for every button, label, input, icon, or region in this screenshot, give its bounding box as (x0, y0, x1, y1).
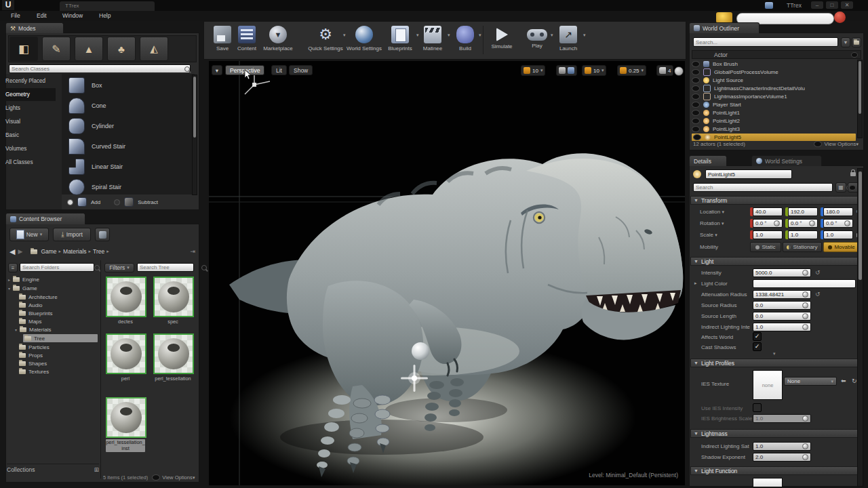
content-browser-tab[interactable]: Content Browser (5, 213, 85, 224)
intensity-reset-icon[interactable]: ↺ (815, 269, 821, 276)
rotation-knob-icon[interactable] (844, 220, 850, 226)
item-curved-stair[interactable]: Curved Stair (62, 136, 195, 157)
menu-edit[interactable]: Edit (37, 12, 47, 19)
visibility-icon[interactable] (692, 110, 700, 116)
category-basic[interactable]: Basic (0, 129, 56, 142)
light-color-swatch[interactable] (753, 279, 856, 288)
location-label[interactable]: Location ▾ (700, 209, 724, 215)
import-button[interactable]: ⤓ Import (53, 228, 91, 241)
use-ies-intensity-checkbox[interactable] (753, 403, 762, 412)
tree-textures[interactable]: Textures (19, 367, 49, 375)
rotation-snap-toggle[interactable]: 10▾ (582, 65, 606, 76)
details-tab[interactable]: Details (689, 155, 727, 166)
tree-audio[interactable]: Audio (19, 301, 42, 309)
visibility-icon[interactable] (692, 102, 700, 108)
visibility-icon[interactable] (692, 77, 700, 83)
mobility-movable-button[interactable]: Movable (823, 242, 860, 252)
actor-row-pointlight2[interactable]: PointLight2 (692, 117, 856, 125)
show-button[interactable]: Show (289, 65, 313, 75)
cast-shadows-checkbox[interactable]: ✓ (753, 342, 762, 351)
scale-y-field[interactable]: 1.0 (788, 230, 818, 239)
actor-row-pointlight1[interactable]: PointLight1 (692, 108, 856, 117)
maximize-button[interactable]: □ (826, 1, 838, 9)
category-volumes[interactable]: Volumes (0, 142, 56, 155)
asset-perl-tessellation[interactable]: perl_tessellation (153, 333, 193, 382)
mobility-stationary-button[interactable]: Stationary (783, 242, 822, 252)
window-title-tab[interactable]: TTrex (60, 1, 155, 11)
actor-name-field[interactable] (705, 169, 792, 179)
tree-particles[interactable]: Particles (19, 343, 50, 351)
simulate-button[interactable]: Simulate (484, 26, 519, 49)
ies-browse-icon[interactable]: ↻ (852, 378, 857, 384)
tree-architecture[interactable]: Architecture (19, 293, 58, 301)
visibility-icon[interactable] (692, 85, 700, 92)
viewport-options-button[interactable]: ▾ (212, 65, 222, 75)
world-settings-button[interactable]: World Settings (339, 26, 389, 52)
viewport[interactable]: ▾ Perspective Lit Show 10▾ 10▾ 0.25▾ 4 L… (209, 61, 685, 485)
sources-toggle-button[interactable]: ≡ (8, 263, 18, 272)
outliner-column-header[interactable]: Actor (692, 50, 861, 59)
asset-perl[interactable]: perl (106, 333, 145, 382)
surface-snap-toggle[interactable] (556, 65, 577, 76)
back-arrow-icon[interactable]: ◀ (7, 247, 18, 256)
collections-row[interactable]: Collections ⊞ (7, 464, 99, 475)
ies-brightness-scale-field[interactable]: 1.0 (753, 414, 811, 423)
actor-row-lightmass-detail[interactable]: LightmassCharacterIndirectDetailVolu (692, 84, 856, 92)
placement-mode-button[interactable]: ◧ (9, 37, 38, 61)
ies-texture-dropdown[interactable]: None▾ (784, 377, 837, 386)
light-color-expander[interactable]: ▸ (694, 281, 697, 286)
actor-row-lightmass-importance[interactable]: LightmassImportanceVolume1 (692, 92, 856, 100)
light-function-material-thumbnail[interactable] (753, 478, 783, 487)
play-button[interactable]: Play▾ (519, 26, 555, 49)
cb-divider[interactable] (100, 260, 101, 479)
blueprints-button[interactable]: Blueprints▾ (382, 26, 418, 52)
shadow-exponent-field[interactable]: 2.0 (753, 453, 811, 462)
minimize-button[interactable]: – (811, 1, 823, 9)
outliner-search-input[interactable] (693, 37, 838, 47)
category-lights[interactable]: Lights (0, 102, 56, 115)
scale-label[interactable]: Scale ▾ (700, 232, 717, 238)
save-all-button[interactable] (95, 228, 110, 241)
marketplace-button[interactable]: Marketplace (256, 26, 300, 52)
attenuation-radius-field[interactable]: 1338.48421 (753, 290, 811, 299)
details-scrollbar[interactable] (857, 168, 863, 487)
rotation-knob-icon[interactable] (774, 220, 780, 226)
scale-snap-toggle[interactable]: 0.25▾ (617, 65, 646, 76)
outliner-tab[interactable]: World Outliner (689, 22, 760, 33)
source-length-field[interactable]: 0.0 (753, 312, 811, 321)
item-spiral-stair[interactable]: Spiral Stair (62, 177, 195, 197)
outliner-new-folder-button[interactable] (852, 37, 861, 47)
visibility-icon[interactable] (692, 118, 700, 124)
location-x-field[interactable]: 40.0 (753, 207, 783, 216)
asset-dectes[interactable]: dectes (106, 277, 145, 325)
ies-texture-thumbnail[interactable]: none (753, 370, 783, 400)
outliner-filter-button[interactable]: ▼ (841, 37, 850, 47)
item-box[interactable]: Box (62, 75, 195, 96)
lock-browser-icon[interactable]: ⇥ (190, 248, 198, 255)
add-radio[interactable] (67, 199, 73, 205)
intensity-field[interactable]: 5000.0 (753, 268, 811, 277)
breadcrumb-game[interactable]: Game (41, 248, 56, 255)
scale-z-field[interactable]: 1.0 (823, 230, 853, 239)
attenuation-reset-icon[interactable]: ↺ (815, 291, 821, 298)
indirect-lighting-saturation-field[interactable]: 1.0 (753, 442, 811, 451)
camera-speed-control[interactable]: 4 (656, 65, 673, 76)
rotation-label[interactable]: Rotation ▾ (700, 220, 724, 226)
indirect-lighting-intensity-field[interactable]: 1.0 (753, 323, 811, 331)
subtract-radio[interactable] (114, 199, 120, 205)
item-linear-stair[interactable]: Linear Stair (62, 157, 195, 177)
category-geometry[interactable]: Geometry (0, 88, 56, 101)
foliage-mode-button[interactable]: ♣ (107, 37, 136, 61)
asset-perl-tessellation-inst[interactable]: perl_tessellation_inst (106, 397, 145, 452)
build-button[interactable]: Build▾ (448, 26, 483, 52)
expand-more-icon[interactable]: ▾ (773, 351, 776, 357)
tree-maps[interactable]: Maps (19, 317, 42, 325)
paint-mode-button[interactable]: ✎ (42, 37, 71, 61)
property-matrix-button[interactable]: ▦ (835, 182, 846, 192)
category-all-classes[interactable]: All Classes (0, 156, 56, 169)
tree-engine[interactable]: ▸Engine (8, 275, 39, 283)
world-settings-tab[interactable]: World Settings (751, 155, 822, 166)
tree-shapes[interactable]: Shapes (19, 359, 47, 367)
tree-blueprints[interactable]: Blueprints (19, 309, 53, 317)
actor-row-postprocess[interactable]: GlobalPostProcessVolume (692, 68, 856, 76)
